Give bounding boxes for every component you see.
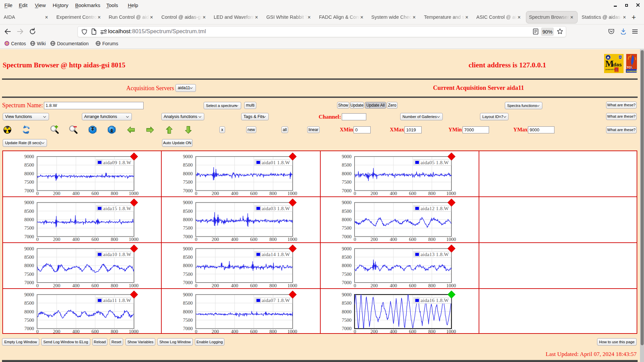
svg-text:8000: 8000 [24, 263, 34, 268]
svg-text:7000: 7000 [183, 234, 193, 239]
svg-text:0: 0 [195, 283, 197, 288]
svg-text:600: 600 [92, 329, 99, 334]
svg-text:7000: 7000 [24, 280, 34, 285]
svg-text:8000: 8000 [183, 309, 193, 314]
svg-text:7000: 7000 [183, 188, 193, 193]
svg-text:aida13 1.8.W: aida13 1.8.W [421, 252, 449, 257]
svg-text:8500: 8500 [183, 208, 193, 214]
svg-text:7000: 7000 [183, 280, 193, 285]
svg-text:200: 200 [212, 329, 219, 334]
svg-text:400: 400 [231, 237, 238, 242]
svg-text:9000: 9000 [342, 292, 352, 297]
svg-text:600: 600 [409, 191, 416, 196]
svg-text:400: 400 [72, 237, 79, 242]
svg-text:400: 400 [390, 329, 397, 334]
svg-text:800: 800 [428, 237, 436, 242]
svg-text:0: 0 [354, 283, 356, 288]
svg-text:0: 0 [354, 191, 356, 196]
svg-text:600: 600 [250, 191, 258, 196]
svg-text:0: 0 [195, 329, 197, 334]
svg-text:8500: 8500 [342, 300, 352, 306]
svg-text:200: 200 [212, 237, 219, 242]
svg-text:9000: 9000 [342, 154, 352, 159]
svg-text:8000: 8000 [342, 309, 352, 314]
svg-text:8000: 8000 [183, 263, 193, 268]
svg-text:8500: 8500 [183, 254, 193, 260]
svg-text:aida05 1.8.W: aida05 1.8.W [421, 160, 449, 165]
svg-text:0: 0 [195, 191, 197, 196]
svg-text:8500: 8500 [183, 300, 193, 306]
svg-text:8500: 8500 [342, 208, 352, 214]
svg-text:0: 0 [354, 329, 356, 334]
svg-text:7500: 7500 [342, 272, 352, 277]
svg-text:600: 600 [92, 283, 99, 288]
svg-text:600: 600 [409, 283, 416, 288]
svg-text:9000: 9000 [342, 246, 352, 251]
svg-text:1000: 1000 [287, 329, 297, 334]
svg-text:aida12 1.8.W: aida12 1.8.W [421, 206, 449, 211]
svg-text:7500: 7500 [342, 225, 352, 231]
svg-text:800: 800 [111, 283, 118, 288]
svg-text:8500: 8500 [183, 162, 193, 168]
svg-text:8000: 8000 [342, 217, 352, 222]
svg-text:9000: 9000 [24, 292, 34, 297]
svg-text:8500: 8500 [342, 254, 352, 260]
svg-text:400: 400 [390, 237, 397, 242]
svg-text:0: 0 [36, 237, 39, 242]
svg-text:8500: 8500 [24, 254, 34, 260]
svg-text:1000: 1000 [129, 283, 139, 288]
svg-text:7500: 7500 [183, 272, 193, 277]
svg-text:800: 800 [269, 237, 277, 242]
svg-text:1000: 1000 [129, 329, 139, 334]
svg-text:400: 400 [72, 283, 79, 288]
svg-text:800: 800 [111, 329, 118, 334]
svg-text:7500: 7500 [183, 179, 193, 185]
svg-text:7000: 7000 [342, 326, 352, 331]
svg-text:7000: 7000 [183, 326, 193, 331]
svg-text:400: 400 [72, 191, 79, 196]
svg-text:8000: 8000 [24, 171, 34, 176]
svg-text:0: 0 [195, 237, 197, 242]
svg-text:7500: 7500 [183, 317, 193, 323]
svg-text:7500: 7500 [183, 225, 193, 231]
svg-text:200: 200 [371, 283, 378, 288]
svg-text:7500: 7500 [24, 317, 34, 323]
svg-text:800: 800 [428, 191, 436, 196]
svg-text:1000: 1000 [287, 237, 297, 242]
svg-text:7000: 7000 [342, 280, 352, 285]
svg-text:9000: 9000 [24, 246, 34, 251]
svg-text:aida16 1.8.W: aida16 1.8.W [421, 298, 449, 303]
svg-text:8500: 8500 [342, 162, 352, 168]
svg-text:8000: 8000 [342, 171, 352, 176]
svg-text:aida03 1.8.W: aida03 1.8.W [262, 206, 290, 211]
svg-text:7000: 7000 [342, 234, 352, 239]
svg-text:1000: 1000 [446, 329, 456, 334]
svg-text:600: 600 [250, 283, 258, 288]
svg-text:aida01 1.8.W: aida01 1.8.W [262, 160, 290, 165]
svg-text:800: 800 [269, 283, 277, 288]
svg-text:9000: 9000 [24, 200, 34, 205]
svg-text:0: 0 [36, 191, 39, 196]
svg-text:7500: 7500 [24, 225, 34, 231]
svg-text:7000: 7000 [342, 188, 352, 193]
svg-text:7000: 7000 [24, 234, 34, 239]
svg-text:aida11 1.8.W: aida11 1.8.W [103, 298, 131, 303]
svg-text:200: 200 [212, 283, 219, 288]
svg-text:8000: 8000 [24, 309, 34, 314]
svg-text:7500: 7500 [342, 179, 352, 185]
svg-text:800: 800 [111, 191, 118, 196]
svg-text:8000: 8000 [24, 217, 34, 222]
svg-text:400: 400 [231, 329, 238, 334]
svg-text:7500: 7500 [342, 317, 352, 323]
svg-text:1000: 1000 [446, 191, 456, 196]
svg-text:9000: 9000 [183, 154, 193, 159]
svg-text:400: 400 [231, 191, 238, 196]
svg-text:8500: 8500 [24, 162, 34, 168]
svg-text:200: 200 [212, 191, 219, 196]
svg-text:aida15 1.8.W: aida15 1.8.W [103, 206, 132, 211]
svg-text:9000: 9000 [342, 200, 352, 205]
svg-text:200: 200 [371, 237, 378, 242]
svg-text:200: 200 [371, 329, 378, 334]
svg-text:aida14 1.8.W: aida14 1.8.W [262, 252, 290, 257]
svg-text:1000: 1000 [129, 237, 139, 242]
